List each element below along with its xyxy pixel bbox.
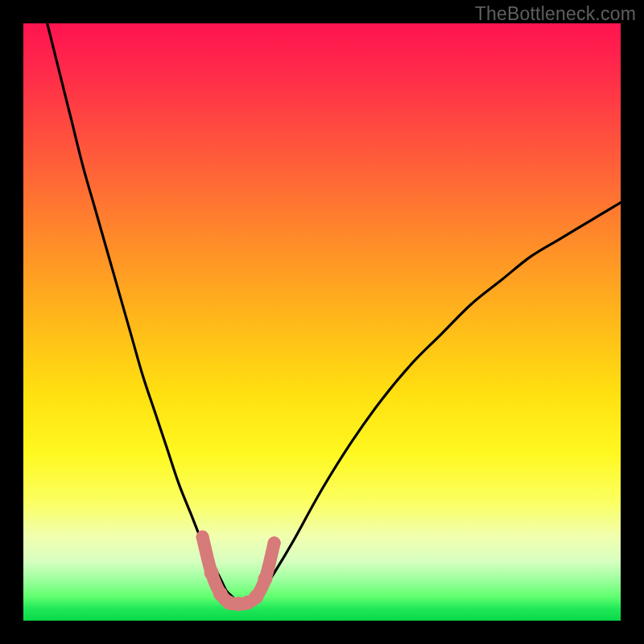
valley-marker-dot xyxy=(204,566,219,580)
valley-marker-dot xyxy=(249,589,263,604)
valley-marker-dot xyxy=(196,530,209,543)
valley-marker-dot xyxy=(268,537,281,550)
chart-svg xyxy=(23,23,621,621)
bottleneck-curve xyxy=(47,23,621,603)
chart-frame: TheBottleneck.com xyxy=(0,0,644,644)
plot-area xyxy=(23,23,621,621)
watermark-text: TheBottleneck.com xyxy=(475,3,636,25)
valley-marker-dot xyxy=(258,572,273,586)
